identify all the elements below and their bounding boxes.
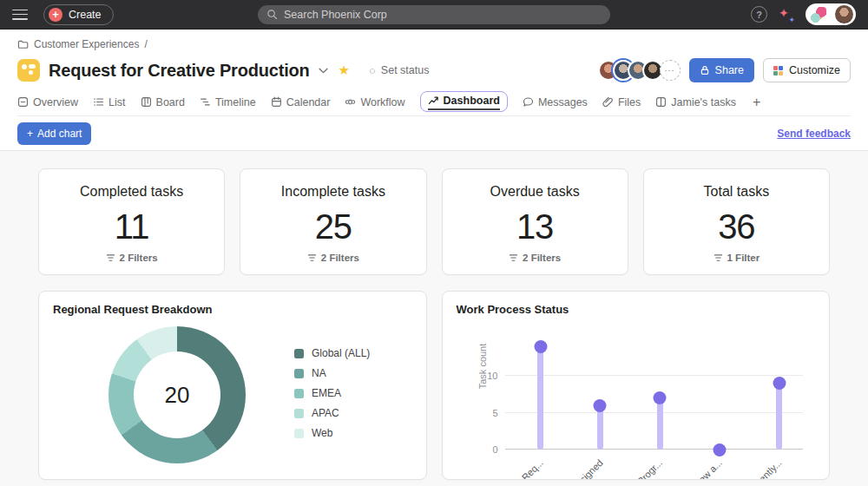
chevron-down-icon[interactable] bbox=[319, 68, 328, 75]
stat-filters-label: 2 Filters bbox=[120, 253, 158, 263]
data-point[interactable] bbox=[654, 391, 667, 404]
avatar-overflow-button[interactable]: ··· bbox=[660, 60, 681, 81]
breadcrumb-label: Customer Experiences bbox=[34, 38, 139, 50]
filter-icon bbox=[307, 253, 317, 263]
donut-chart-body: 20 Global (ALL) NA bbox=[53, 316, 412, 463]
customize-grid-icon bbox=[773, 66, 783, 76]
hamburger-menu-icon[interactable] bbox=[12, 10, 28, 20]
tab-label: Timeline bbox=[215, 96, 256, 108]
legend-item[interactable]: EMEA bbox=[294, 387, 370, 399]
donut-hole: 20 bbox=[134, 351, 220, 438]
stat-filters-label: 2 Filters bbox=[523, 253, 561, 263]
plus-icon: + bbox=[27, 128, 33, 140]
share-button[interactable]: Share bbox=[689, 58, 754, 82]
legend-item[interactable]: APAC bbox=[294, 407, 370, 419]
stat-card-row: Completed tasks 11 2 Filters Incomplete … bbox=[38, 168, 830, 275]
tab-label: Calendar bbox=[286, 96, 331, 108]
stat-value: 36 bbox=[718, 209, 755, 244]
stem bbox=[537, 346, 543, 450]
topbar: + Create Search Phoenix Corp ? ✦ ✦ bbox=[0, 0, 868, 30]
legend-label: APAC bbox=[312, 407, 339, 419]
legend-swatch bbox=[294, 429, 304, 438]
stat-filters-label: 1 Filter bbox=[727, 253, 760, 263]
legend-swatch bbox=[294, 409, 304, 418]
stat-filters[interactable]: 2 Filters bbox=[307, 253, 359, 263]
chart-title: Regional Request Breakdown bbox=[53, 303, 412, 316]
search-input[interactable]: Search Phoenix Corp bbox=[258, 5, 610, 24]
data-point[interactable] bbox=[594, 399, 607, 412]
legend-swatch bbox=[294, 349, 304, 358]
customize-button-label: Customize bbox=[789, 64, 840, 76]
stat-card-completed[interactable]: Completed tasks 11 2 Filters bbox=[38, 168, 225, 275]
y-tick: 5 bbox=[479, 408, 498, 418]
tab-dashboard[interactable]: Dashboard bbox=[420, 91, 508, 112]
project-tabs: Overview List Board Timeline Calendar Wo… bbox=[17, 89, 851, 116]
y-tick: 10 bbox=[479, 371, 498, 381]
org-logo bbox=[811, 7, 826, 23]
add-chart-button[interactable]: + Add chart bbox=[17, 122, 91, 145]
tab-board[interactable]: Board bbox=[141, 96, 185, 108]
send-feedback-link[interactable]: Send feedback bbox=[777, 128, 851, 140]
dashboard-content: Completed tasks 11 2 Filters Incomplete … bbox=[0, 151, 868, 486]
tab-label: Board bbox=[156, 96, 185, 108]
stat-card-total[interactable]: Total tasks 36 1 Filter bbox=[643, 168, 830, 275]
overview-icon bbox=[17, 96, 29, 108]
donut-chart-card[interactable]: Regional Request Breakdown 20 Global (AL… bbox=[38, 291, 427, 480]
customize-button[interactable]: Customize bbox=[763, 58, 851, 82]
tab-messages[interactable]: Messages bbox=[523, 96, 588, 108]
stat-title: Total tasks bbox=[704, 184, 770, 200]
page-title: Request for Creative Production bbox=[49, 61, 310, 81]
data-point[interactable] bbox=[713, 443, 726, 456]
tab-label: Overview bbox=[33, 96, 78, 108]
lollipop-chart-card[interactable]: Work Process Status Task count 0 5 10 Ne… bbox=[442, 291, 831, 480]
tab-files[interactable]: Files bbox=[602, 96, 641, 108]
tab-label: Messages bbox=[538, 96, 588, 108]
legend-item[interactable]: Global (ALL) bbox=[294, 347, 370, 359]
user-avatar bbox=[835, 5, 853, 23]
legend-item[interactable]: Web bbox=[294, 427, 370, 439]
add-tab-button[interactable]: + bbox=[751, 95, 762, 110]
plus-icon: + bbox=[49, 8, 62, 22]
stem bbox=[657, 398, 663, 450]
breadcrumb[interactable]: Customer Experiences / bbox=[17, 36, 851, 52]
search-text: Search Phoenix Corp bbox=[284, 9, 387, 21]
star-icon[interactable]: ★ bbox=[339, 62, 350, 78]
tab-label: Jamie's tasks bbox=[671, 96, 736, 108]
set-status-button[interactable]: ○ Set status bbox=[369, 64, 429, 76]
stat-filters[interactable]: 1 Filter bbox=[713, 253, 760, 263]
legend-item[interactable]: NA bbox=[294, 367, 370, 379]
lollipop-plot: Task count 0 5 10 New Req... Assigned In… bbox=[505, 338, 804, 450]
help-icon[interactable]: ? bbox=[751, 6, 767, 23]
tab-calendar[interactable]: Calendar bbox=[271, 96, 331, 108]
data-point[interactable] bbox=[534, 340, 547, 353]
stat-card-incomplete[interactable]: Incomplete tasks 25 2 Filters bbox=[240, 168, 426, 275]
donut-chart[interactable]: 20 bbox=[108, 326, 246, 463]
legend-label: NA bbox=[312, 367, 326, 379]
project-icon[interactable] bbox=[17, 59, 40, 82]
topbar-right-group: ? ✦ ✦ bbox=[751, 3, 856, 25]
tab-overview[interactable]: Overview bbox=[17, 96, 78, 108]
stat-filters[interactable]: 2 Filters bbox=[106, 253, 158, 263]
member-facepile[interactable]: ··· bbox=[598, 60, 681, 81]
message-bubble-icon bbox=[523, 96, 534, 108]
tab-label: Workflow bbox=[360, 96, 404, 108]
tab-list[interactable]: List bbox=[93, 96, 125, 108]
chart-title: Work Process Status bbox=[457, 303, 816, 316]
ai-sparkle-icon[interactable]: ✦ ✦ bbox=[778, 6, 795, 23]
paperclip-icon bbox=[602, 96, 614, 108]
add-chart-label: Add chart bbox=[37, 128, 82, 140]
stat-value: 25 bbox=[315, 209, 352, 244]
create-button[interactable]: + Create bbox=[43, 4, 114, 25]
tab-workflow[interactable]: Workflow bbox=[345, 96, 404, 108]
tasks-board-icon bbox=[655, 96, 667, 108]
account-pill[interactable] bbox=[806, 3, 856, 25]
tab-jamies-tasks[interactable]: Jamie's tasks bbox=[655, 96, 736, 108]
stat-filters[interactable]: 2 Filters bbox=[509, 253, 561, 263]
gridline bbox=[505, 449, 804, 450]
tab-timeline[interactable]: Timeline bbox=[200, 96, 256, 108]
set-status-label: Set status bbox=[381, 64, 430, 76]
data-point[interactable] bbox=[773, 377, 786, 390]
y-tick: 0 bbox=[479, 444, 498, 455]
search-icon bbox=[266, 9, 278, 20]
stat-card-overdue[interactable]: Overdue tasks 13 2 Filters bbox=[442, 168, 628, 275]
